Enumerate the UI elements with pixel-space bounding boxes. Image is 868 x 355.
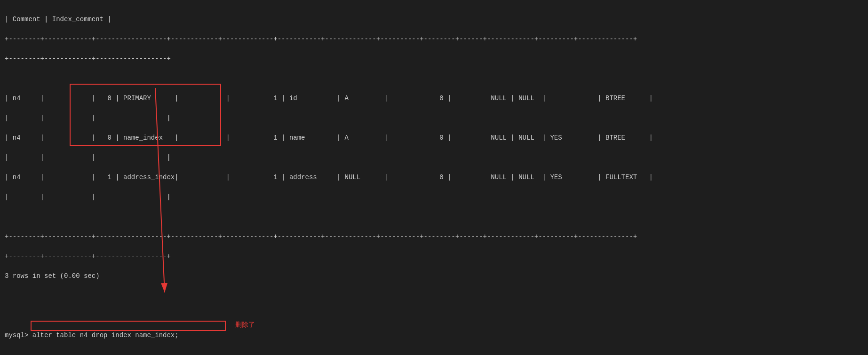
terminal-text: | Comment | Index_comment | +--------+--… bbox=[5, 5, 863, 84]
rows-in-set: 3 rows in set (0.00 sec) bbox=[5, 271, 863, 281]
row-n4-name-index: | n4 | | 0 | name_index | | 1 | name | A… bbox=[5, 133, 863, 143]
line-border-end-2: +--------+------------+-----------------… bbox=[5, 252, 863, 261]
line-1: | Comment | Index_comment | bbox=[5, 15, 863, 24]
terminal-output: | Comment | Index_comment | +--------+--… bbox=[5, 5, 863, 355]
line-2: +--------+------------+-----------------… bbox=[5, 34, 863, 44]
line-3: +--------+------------+-----------------… bbox=[5, 54, 863, 64]
row-n4-primary-cont: | | | | bbox=[5, 113, 863, 123]
row-n4-name-index-cont: | | | | bbox=[5, 153, 863, 163]
line-border-end: +--------+------------+-----------------… bbox=[5, 232, 863, 242]
table-end-1: +--------+------------+-----------------… bbox=[5, 222, 863, 321]
table-section-1: | n4 | | 0 | PRIMARY | | 1 | id | A | 0 … bbox=[5, 84, 863, 222]
row-n4-primary: | n4 | | 0 | PRIMARY | | 1 | id | A | 0 … bbox=[5, 94, 863, 103]
alter-table-cmd: mysql> alter table n4 drop index name_in… bbox=[5, 331, 863, 340]
row-n4-address-index: | n4 | | 1 | address_index| | 1 | addres… bbox=[5, 173, 863, 182]
blank-line-1 bbox=[5, 291, 863, 301]
annotation-deleted: 删除了 bbox=[235, 321, 255, 329]
mysql-command-section: mysql> alter table n4 drop index name_in… bbox=[5, 321, 863, 355]
row-n4-address-index-cont: | | | | bbox=[5, 192, 863, 202]
